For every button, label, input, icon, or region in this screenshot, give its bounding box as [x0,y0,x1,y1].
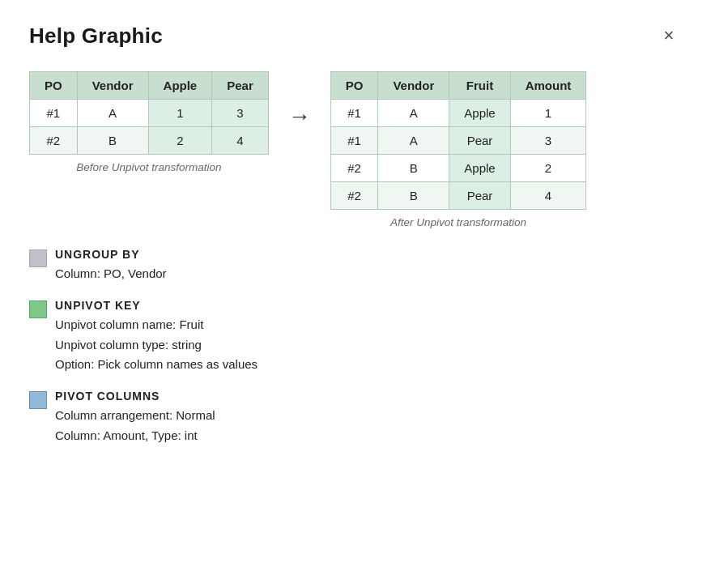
cell: #1 [30,100,78,127]
before-table-block: PO Vendor Apple Pear #1 A 1 3 #2 [29,71,269,173]
ungroup-legend-box [29,249,47,267]
arrow: → [288,71,311,130]
after-table-block: PO Vendor Fruit Amount #1 A Apple 1 #1 [330,71,587,228]
info-section: UNGROUP BY Column: PO, Vendor UNPIVOT KE… [29,248,682,446]
cell: #2 [30,127,78,155]
table-row: #1 A Apple 1 [330,100,586,127]
cell: B [378,182,449,210]
cell: #2 [330,155,378,182]
pivot-columns-row: PIVOT COLUMNS Column arrangement: Normal… [29,390,682,446]
pivot-columns-info: PIVOT COLUMNS Column arrangement: Normal… [55,390,215,446]
cell: #1 [330,100,378,127]
help-graphic-dialog: Help Graphic × PO Vendor Apple Pear #1 A [0,0,711,588]
dialog-header: Help Graphic × [29,23,682,49]
unpivot-key-text1: Unpivot column name: Fruit [55,315,258,335]
before-col-pear: Pear [212,72,269,100]
cell: B [378,155,449,182]
cell: #1 [330,127,378,155]
cell: B [77,127,148,155]
cell: 2 [148,127,212,155]
unpivot-key-legend-box [29,300,47,318]
cell: 1 [510,100,586,127]
cell: 3 [212,100,269,127]
pivot-columns-label: PIVOT COLUMNS [55,390,215,403]
before-col-po: PO [30,72,78,100]
cell: A [77,100,148,127]
ungroup-info: UNGROUP BY Column: PO, Vendor [55,248,167,284]
table-row: #2 B Apple 2 [330,155,586,182]
cell: Apple [449,100,510,127]
ungroup-label: UNGROUP BY [55,248,167,261]
cell: Pear [449,182,510,210]
before-col-apple: Apple [148,72,212,100]
cell: Pear [449,127,510,155]
before-table: PO Vendor Apple Pear #1 A 1 3 #2 [29,71,269,155]
cell: A [378,127,449,155]
unpivot-key-row: UNPIVOT KEY Unpivot column name: Fruit U… [29,299,682,375]
after-col-amount: Amount [510,72,586,100]
pivot-columns-text1: Column arrangement: Normal [55,406,215,426]
cell: 4 [212,127,269,155]
after-col-fruit: Fruit [449,72,510,100]
cell: #2 [330,182,378,210]
tables-area: PO Vendor Apple Pear #1 A 1 3 #2 [29,71,682,228]
table-row: #2 B Pear 4 [330,182,586,210]
ungroup-row: UNGROUP BY Column: PO, Vendor [29,248,682,284]
cell: 1 [148,100,212,127]
after-col-po: PO [330,72,378,100]
pivot-columns-legend-box [29,391,47,409]
after-col-vendor: Vendor [378,72,449,100]
before-col-vendor: Vendor [77,72,148,100]
before-caption: Before Unpivot transformation [76,161,221,173]
cell: 3 [510,127,586,155]
cell: A [378,100,449,127]
ungroup-text: Column: PO, Vendor [55,264,167,284]
cell: 4 [510,182,586,210]
after-caption: After Unpivot transformation [390,216,526,228]
unpivot-key-info: UNPIVOT KEY Unpivot column name: Fruit U… [55,299,258,375]
unpivot-key-text3: Option: Pick column names as values [55,355,258,375]
table-row: #2 B 2 4 [30,127,269,155]
unpivot-key-label: UNPIVOT KEY [55,299,258,312]
cell: Apple [449,155,510,182]
table-row: #1 A 1 3 [30,100,269,127]
unpivot-key-text2: Unpivot column type: string [55,335,258,356]
pivot-columns-text2: Column: Amount, Type: int [55,426,215,446]
cell: 2 [510,155,586,182]
dialog-title: Help Graphic [29,23,163,49]
close-button[interactable]: × [656,23,682,49]
table-row: #1 A Pear 3 [330,127,586,155]
after-table: PO Vendor Fruit Amount #1 A Apple 1 #1 [330,71,587,210]
